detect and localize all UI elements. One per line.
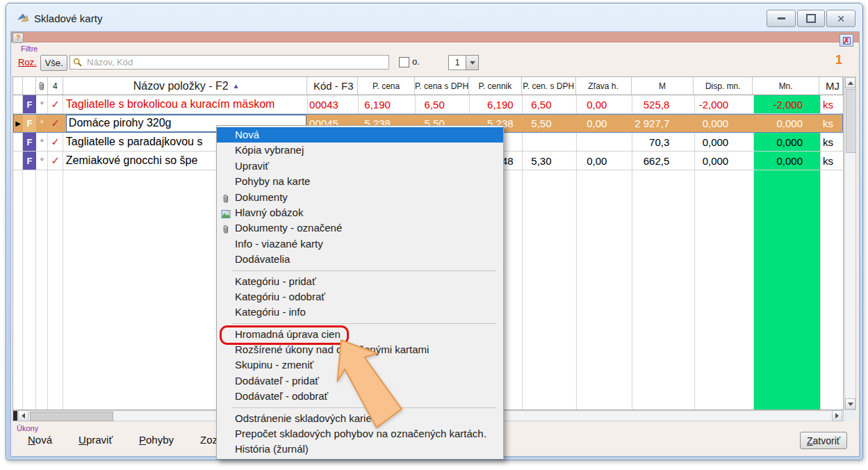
menu-item[interactable]: Nová — [217, 127, 503, 143]
column-header-check[interactable]: 4 — [48, 77, 63, 95]
scroll-right-button[interactable] — [832, 410, 842, 421]
minimize-button[interactable] — [767, 10, 796, 27]
menu-item[interactable]: Prepočet skladových pohybov na označenýc… — [217, 426, 503, 441]
column-header-m[interactable]: M — [632, 77, 694, 95]
maximize-button[interactable] — [797, 10, 825, 27]
close-window-button[interactable]: Zatvoriť — [800, 432, 847, 449]
cell-zlava[interactable] — [576, 133, 632, 151]
column-header-mn[interactable]: Mn. — [753, 77, 819, 95]
cell-mj[interactable]: ks — [819, 152, 843, 170]
column-header-dot[interactable] — [36, 77, 48, 95]
cell-mj[interactable]: ks — [819, 95, 843, 113]
cell-f[interactable]: F — [23, 152, 36, 170]
cell-p_cena_dph[interactable]: 6,50 — [415, 95, 469, 113]
cell-check[interactable]: ✓ — [48, 152, 63, 170]
cell-mn[interactable]: 0,000 — [753, 133, 819, 151]
cell-mn[interactable]: -2,000 — [753, 95, 819, 113]
cell-dot[interactable]: ° — [36, 152, 48, 170]
menu-item[interactable]: História (žurnál) — [217, 441, 503, 457]
extended-filter-link[interactable]: Roz. — [18, 57, 37, 67]
cell-m[interactable]: 2 927,7 — [631, 114, 694, 132]
scroll-down-button[interactable] — [845, 398, 855, 410]
cell-kod[interactable]: 00043 — [307, 95, 358, 113]
menu-item[interactable]: Dokumenty — [217, 190, 503, 205]
scroll-left-button[interactable] — [18, 410, 28, 421]
scroll-up-button[interactable] — [845, 77, 855, 88]
cell-p_cen_s_dph[interactable]: 6,50 — [522, 95, 576, 113]
search-input[interactable] — [69, 55, 389, 70]
cell-zlava[interactable]: 0,00 — [576, 114, 632, 132]
cell-dot[interactable]: ° — [36, 133, 48, 151]
column-splitter-handle[interactable] — [13, 411, 17, 421]
cell-disp[interactable]: -2,000 — [694, 95, 753, 113]
menu-item[interactable]: Skupinu - zmeniť — [217, 357, 503, 373]
cell-zlava[interactable]: 0,00 — [576, 152, 632, 170]
menu-item[interactable]: Rozšírené úkony nad označenými kartami — [217, 342, 503, 357]
cell-mj[interactable]: ks — [819, 114, 843, 132]
menu-item[interactable]: Kategóriu - info — [217, 305, 503, 320]
cell-check[interactable]: ✓ — [48, 114, 63, 132]
o-checkbox[interactable] — [399, 57, 409, 67]
menu-item-annotated[interactable]: Hromadná úprava cien — [217, 327, 503, 342]
column-header-f[interactable] — [23, 77, 36, 95]
column-header-p_cena[interactable]: P. cena — [358, 77, 415, 95]
menu-item[interactable]: Hlavný obázok — [217, 205, 503, 220]
cell-marker[interactable] — [13, 133, 23, 151]
menu-item[interactable]: Pohyby na karte — [217, 174, 503, 189]
cell-m[interactable]: 525,8 — [631, 95, 694, 113]
cell-p_cennik[interactable]: 6,190 — [469, 95, 522, 113]
column-header-p_cena_dph[interactable]: P. cena s DPH — [415, 77, 469, 95]
column-header-p_cennik[interactable]: P. cennik — [469, 77, 522, 95]
clear-filter-button[interactable]: ✗ — [840, 34, 853, 47]
table-row[interactable]: F°✓Tagliatelle s brokolicou a kuracím mä… — [13, 95, 843, 114]
column-header-disp[interactable]: Disp. mn. — [694, 77, 753, 95]
cell-m[interactable]: 662,5 — [631, 152, 694, 170]
cell-zlava[interactable]: 0,00 — [576, 95, 632, 113]
column-header-kod[interactable]: Kód - F3 — [307, 77, 358, 95]
chevron-down-icon[interactable] — [466, 56, 478, 70]
page-selector[interactable]: 1 — [448, 55, 479, 70]
cell-disp[interactable]: 0,000 — [694, 133, 753, 151]
action-link-upravi-[interactable]: Upraviť — [79, 434, 113, 446]
cell-mj[interactable]: ks — [819, 133, 843, 151]
cell-marker[interactable] — [13, 95, 23, 113]
column-header-mj[interactable]: MJ — [819, 77, 843, 95]
show-all-button[interactable]: Vše. — [40, 55, 67, 71]
column-header-p_cen_s_dph[interactable]: P. cen. s DPH — [522, 77, 576, 95]
cell-dot[interactable]: ° — [36, 95, 48, 113]
menu-item[interactable]: Odstránenie skladových kariet — [217, 411, 503, 426]
vertical-scrollbar[interactable] — [844, 76, 856, 410]
cell-name[interactable]: Tagliatelle s brokolicou a kuracím mäsko… — [63, 95, 307, 113]
cell-m[interactable]: 70,3 — [631, 133, 694, 151]
column-header-name[interactable]: Názov položky - F2▲ — [63, 77, 307, 95]
action-link-pohyby[interactable]: Pohyby — [139, 434, 174, 446]
horizontal-scroll-thumb[interactable] — [30, 412, 113, 421]
cell-p_cen_s_dph[interactable] — [522, 133, 576, 151]
cell-marker[interactable]: ▶ — [13, 114, 23, 132]
column-header-marker[interactable] — [13, 77, 23, 95]
cell-p_cena[interactable]: 6,190 — [358, 95, 415, 113]
cell-p_cen_s_dph[interactable]: 5,30 — [522, 152, 576, 170]
cell-check[interactable]: ✓ — [48, 95, 63, 113]
cell-mn[interactable]: 0,000 — [753, 114, 819, 132]
menu-item[interactable]: Dodávatelia — [217, 252, 503, 267]
cell-f[interactable]: F — [23, 133, 36, 151]
menu-item[interactable]: Dodávateľ - odobrať — [217, 389, 503, 404]
menu-item[interactable]: Kópia vybranej — [217, 143, 503, 158]
vertical-scroll-thumb[interactable] — [846, 89, 856, 153]
column-header-zlava[interactable]: Zľava h. — [576, 77, 632, 95]
help-button[interactable]: ? — [13, 33, 24, 43]
menu-item[interactable]: Dodávateľ - pridať — [217, 373, 503, 389]
cell-dot[interactable]: ° — [36, 114, 48, 132]
menu-item[interactable]: Info - viazané karty — [217, 236, 503, 252]
menu-item[interactable]: Upraviť — [217, 159, 503, 174]
cell-disp[interactable]: 0,000 — [694, 152, 753, 170]
cell-marker[interactable] — [13, 152, 23, 170]
close-button[interactable]: ✕ — [826, 10, 855, 27]
title-bar[interactable]: Skladové karty ✕ — [6, 3, 862, 31]
cell-f[interactable]: F — [23, 95, 36, 113]
cell-mn[interactable]: 0,000 — [753, 152, 819, 170]
menu-item[interactable]: Kategóriu - pridať — [217, 274, 503, 289]
action-link-nov-[interactable]: Nová — [28, 434, 52, 446]
cell-check[interactable]: ✓ — [48, 133, 63, 151]
